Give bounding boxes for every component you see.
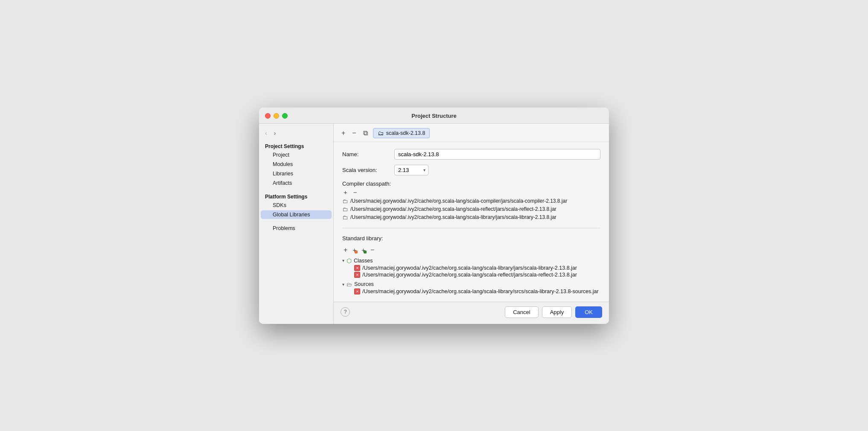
forward-button[interactable]: › <box>272 129 278 137</box>
sidebar-item-sdks[interactable]: SDKs <box>261 201 332 210</box>
project-structure-dialog: Project Structure ‹ › Project Settings P… <box>259 108 609 324</box>
ok-button[interactable]: OK <box>575 306 602 318</box>
minimize-button[interactable] <box>274 113 279 119</box>
scala-version-label: Scala version: <box>342 167 389 173</box>
scala-icon: ⬡ <box>347 257 352 264</box>
std-add-orange-button[interactable]: + <box>351 246 358 254</box>
sources-path-1: /Users/maciej.gorywoda/.ivy2/cache/org.s… <box>362 288 599 294</box>
scala-version-row: Scala version: 2.13 2.12 2.11 3.x ▾ <box>342 165 600 175</box>
sidebar: ‹ › Project Settings Project Modules Lib… <box>259 124 334 324</box>
sidebar-item-artifacts[interactable]: Artifacts <box>261 179 332 187</box>
section-divider <box>342 228 600 228</box>
chevron-down-icon: ▾ <box>342 282 344 287</box>
std-add-button[interactable]: + <box>342 246 349 254</box>
sdk-icon: 🗂 <box>378 130 384 137</box>
toolbar: + − ⧉ 🗂 scala-sdk-2.13.8 <box>334 124 609 142</box>
sources-item-1: ✕ /Users/maciej.gorywoda/.ivy2/cache/org… <box>354 288 600 295</box>
project-settings-label: Project Settings <box>259 142 333 150</box>
name-row: Name: <box>342 149 600 160</box>
classes-item-2: ✕ /Users/maciej.gorywoda/.ivy2/cache/org… <box>354 271 600 278</box>
nav-back-forward: ‹ › <box>259 129 333 142</box>
footer-left: ? <box>341 307 350 317</box>
jar-icon: ✕ <box>354 288 360 294</box>
window-title: Project Structure <box>411 113 456 119</box>
chevron-down-icon: ▾ <box>342 258 344 263</box>
classpath-path-2: /Users/maciej.gorywoda/.ivy2/cache/org.s… <box>350 206 556 212</box>
scala-version-select[interactable]: 2.13 2.12 2.11 3.x <box>394 165 428 175</box>
std-remove-button[interactable]: − <box>369 246 376 254</box>
compiler-classpath-toolbar: + − <box>342 189 600 196</box>
footer: ? Cancel Apply OK <box>334 302 609 324</box>
back-button[interactable]: ‹ <box>263 129 269 137</box>
sidebar-item-problems[interactable]: Problems <box>261 224 332 233</box>
classes-path-2: /Users/maciej.gorywoda/.ivy2/cache/org.s… <box>362 272 577 278</box>
sources-label: Sources <box>354 281 374 287</box>
classes-item-1: ✕ /Users/maciej.gorywoda/.ivy2/cache/org… <box>354 265 600 271</box>
std-add-green-button[interactable]: + <box>360 246 367 254</box>
sources-tree-header[interactable]: ▾ 🗁 Sources <box>342 281 600 288</box>
close-button[interactable] <box>265 113 271 119</box>
compiler-classpath-label: Compiler classpath: <box>342 181 600 187</box>
name-label: Name: <box>342 151 389 157</box>
sidebar-item-global-libraries[interactable]: Global Libraries <box>261 210 332 219</box>
dialog-body: ‹ › Project Settings Project Modules Lib… <box>259 124 609 324</box>
scala-version-select-wrapper: 2.13 2.12 2.11 3.x ▾ <box>394 165 428 175</box>
name-input[interactable] <box>394 149 600 160</box>
classpath-path-1: /Users/maciej.gorywoda/.ivy2/cache/org.s… <box>350 198 567 204</box>
traffic-lights <box>265 113 288 119</box>
apply-button[interactable]: Apply <box>542 306 572 318</box>
jar-icon: ✕ <box>354 265 360 271</box>
sidebar-item-modules[interactable]: Modules <box>261 160 332 169</box>
classes-path-1: /Users/maciej.gorywoda/.ivy2/cache/org.s… <box>362 265 577 271</box>
classpath-add-button[interactable]: + <box>342 189 349 196</box>
folder-icon: 🗀 <box>342 198 348 204</box>
add-button[interactable]: + <box>340 129 347 137</box>
classpath-remove-button[interactable]: − <box>352 189 358 196</box>
sidebar-item-project[interactable]: Project <box>261 151 332 159</box>
sidebar-item-libraries[interactable]: Libraries <box>261 169 332 178</box>
classpath-path-3: /Users/maciej.gorywoda/.ivy2/cache/org.s… <box>350 214 556 220</box>
folder-with-eye-icon: 🗁 <box>347 281 352 288</box>
folder-icon: 🗀 <box>342 214 348 221</box>
compiler-classpath-section: Compiler classpath: + − 🗀 /Users/maciej.… <box>342 181 600 221</box>
classpath-list: 🗀 /Users/maciej.gorywoda/.ivy2/cache/org… <box>342 198 600 221</box>
copy-button[interactable]: ⧉ <box>361 129 370 137</box>
remove-button[interactable]: − <box>350 129 358 137</box>
std-library-toolbar: + + + − <box>342 246 600 254</box>
jar-icon: ✕ <box>354 272 360 278</box>
classpath-item: 🗀 /Users/maciej.gorywoda/.ivy2/cache/org… <box>342 214 600 221</box>
classes-tree-node: ▾ ⬡ Classes ✕ /Users/maciej.gorywoda/.iv… <box>342 257 600 278</box>
sources-tree-node: ▾ 🗁 Sources ✕ /Users/maciej.gorywoda/.iv… <box>342 281 600 295</box>
folder-icon: 🗀 <box>342 206 348 213</box>
standard-library-label: Standard library: <box>342 235 600 242</box>
orange-indicator <box>355 250 358 253</box>
classes-label: Classes <box>354 258 373 264</box>
footer-right: Cancel Apply OK <box>505 306 602 318</box>
maximize-button[interactable] <box>282 113 288 119</box>
help-button[interactable]: ? <box>341 307 350 317</box>
green-indicator <box>364 250 367 253</box>
cancel-button[interactable]: Cancel <box>505 306 538 318</box>
platform-settings-label: Platform Settings <box>259 192 333 201</box>
standard-library-section: Standard library: + + + − <box>342 235 600 295</box>
classpath-item: 🗀 /Users/maciej.gorywoda/.ivy2/cache/org… <box>342 198 600 205</box>
sdk-list-item[interactable]: 🗂 scala-sdk-2.13.8 <box>373 128 430 138</box>
classpath-item: 🗀 /Users/maciej.gorywoda/.ivy2/cache/org… <box>342 206 600 213</box>
content-area: Name: Scala version: 2.13 2.12 2.11 3.x … <box>334 142 609 302</box>
main-area: + − ⧉ 🗂 scala-sdk-2.13.8 Name: Scala ver… <box>334 124 609 324</box>
classes-tree-header[interactable]: ▾ ⬡ Classes <box>342 257 600 265</box>
sdk-item-name: scala-sdk-2.13.8 <box>386 130 425 136</box>
title-bar: Project Structure <box>259 108 609 124</box>
